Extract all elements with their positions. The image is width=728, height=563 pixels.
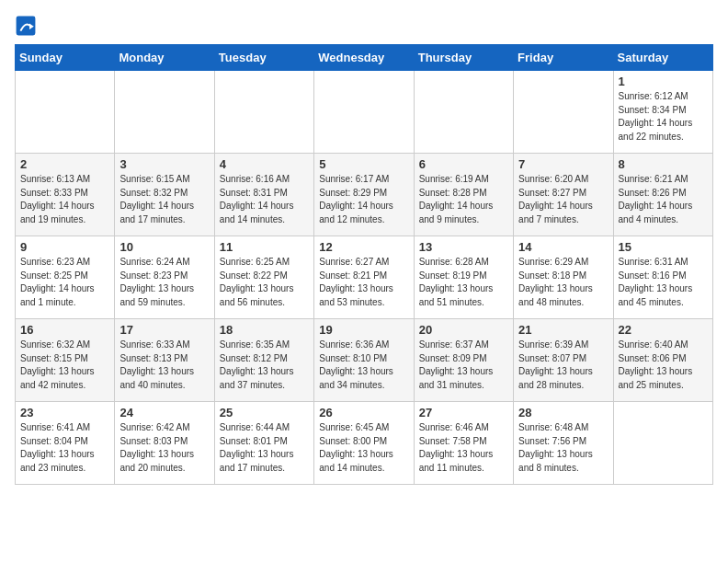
day-info: Sunrise: 6:40 AM Sunset: 8:06 PM Dayligh… — [619, 339, 708, 392]
week-row-4: 16Sunrise: 6:32 AM Sunset: 8:15 PM Dayli… — [16, 319, 713, 402]
calendar-cell: 1Sunrise: 6:12 AM Sunset: 8:34 PM Daylig… — [613, 71, 712, 154]
calendar-cell — [414, 71, 513, 154]
header-row: SundayMondayTuesdayWednesdayThursdayFrid… — [16, 45, 713, 71]
calendar-cell — [514, 71, 613, 154]
header — [15, 15, 713, 37]
header-day-saturday: Saturday — [613, 45, 712, 71]
day-info: Sunrise: 6:25 AM Sunset: 8:22 PM Dayligh… — [220, 256, 309, 309]
day-info: Sunrise: 6:24 AM Sunset: 8:23 PM Dayligh… — [119, 256, 209, 309]
calendar-cell: 10Sunrise: 6:24 AM Sunset: 8:23 PM Dayli… — [115, 236, 214, 319]
day-info: Sunrise: 6:23 AM Sunset: 8:25 PM Dayligh… — [20, 256, 109, 309]
calendar-cell: 17Sunrise: 6:33 AM Sunset: 8:13 PM Dayli… — [115, 319, 214, 402]
day-number: 12 — [319, 240, 408, 254]
day-info: Sunrise: 6:45 AM Sunset: 8:00 PM Dayligh… — [319, 421, 408, 475]
day-number: 3 — [119, 157, 209, 171]
day-info: Sunrise: 6:42 AM Sunset: 8:03 PM Dayligh… — [119, 421, 209, 475]
day-number: 7 — [518, 157, 608, 171]
day-info: Sunrise: 6:13 AM Sunset: 8:33 PM Dayligh… — [20, 173, 109, 226]
calendar-cell: 4Sunrise: 6:16 AM Sunset: 8:31 PM Daylig… — [214, 154, 313, 236]
day-number: 16 — [20, 323, 109, 337]
day-number: 22 — [619, 323, 708, 337]
calendar-cell: 26Sunrise: 6:45 AM Sunset: 8:00 PM Dayli… — [314, 402, 414, 485]
day-number: 10 — [119, 240, 209, 254]
calendar-cell: 13Sunrise: 6:28 AM Sunset: 8:19 PM Dayli… — [414, 236, 513, 319]
day-info: Sunrise: 6:20 AM Sunset: 8:27 PM Dayligh… — [518, 173, 608, 226]
day-info: Sunrise: 6:35 AM Sunset: 8:12 PM Dayligh… — [220, 339, 309, 392]
calendar-cell: 2Sunrise: 6:13 AM Sunset: 8:33 PM Daylig… — [16, 154, 115, 236]
calendar-cell: 15Sunrise: 6:31 AM Sunset: 8:16 PM Dayli… — [613, 236, 712, 319]
day-number: 13 — [419, 240, 508, 254]
day-number: 8 — [619, 157, 708, 171]
calendar-cell: 19Sunrise: 6:36 AM Sunset: 8:10 PM Dayli… — [314, 319, 414, 402]
header-day-monday: Monday — [115, 45, 214, 71]
day-number: 14 — [518, 240, 608, 254]
calendar-cell — [613, 402, 712, 485]
calendar-cell: 6Sunrise: 6:19 AM Sunset: 8:28 PM Daylig… — [414, 154, 513, 236]
calendar-cell: 20Sunrise: 6:37 AM Sunset: 8:09 PM Dayli… — [414, 319, 513, 402]
calendar-header: SundayMondayTuesdayWednesdayThursdayFrid… — [16, 45, 713, 71]
calendar-cell: 27Sunrise: 6:46 AM Sunset: 7:58 PM Dayli… — [414, 402, 513, 485]
day-number: 2 — [20, 157, 109, 171]
header-day-sunday: Sunday — [16, 45, 115, 71]
day-number: 21 — [518, 323, 608, 337]
day-info: Sunrise: 6:28 AM Sunset: 8:19 PM Dayligh… — [419, 256, 508, 309]
day-number: 20 — [419, 323, 508, 337]
calendar-cell: 12Sunrise: 6:27 AM Sunset: 8:21 PM Dayli… — [314, 236, 414, 319]
day-number: 27 — [419, 406, 508, 419]
day-info: Sunrise: 6:36 AM Sunset: 8:10 PM Dayligh… — [319, 339, 408, 392]
day-number: 23 — [20, 406, 109, 419]
day-number: 24 — [119, 406, 209, 419]
day-info: Sunrise: 6:32 AM Sunset: 8:15 PM Dayligh… — [20, 339, 109, 392]
calendar-cell: 28Sunrise: 6:48 AM Sunset: 7:56 PM Dayli… — [514, 402, 613, 485]
calendar-cell: 7Sunrise: 6:20 AM Sunset: 8:27 PM Daylig… — [514, 154, 613, 236]
day-info: Sunrise: 6:15 AM Sunset: 8:32 PM Dayligh… — [119, 173, 209, 226]
calendar-cell: 8Sunrise: 6:21 AM Sunset: 8:26 PM Daylig… — [613, 154, 712, 236]
calendar-cell: 5Sunrise: 6:17 AM Sunset: 8:29 PM Daylig… — [314, 154, 414, 236]
calendar-table: SundayMondayTuesdayWednesdayThursdayFrid… — [15, 44, 713, 485]
day-info: Sunrise: 6:33 AM Sunset: 8:13 PM Dayligh… — [119, 339, 209, 392]
week-row-5: 23Sunrise: 6:41 AM Sunset: 8:04 PM Dayli… — [16, 402, 713, 485]
day-info: Sunrise: 6:44 AM Sunset: 8:01 PM Dayligh… — [220, 421, 309, 475]
calendar-cell — [214, 71, 313, 154]
header-day-wednesday: Wednesday — [314, 45, 414, 71]
calendar-cell: 9Sunrise: 6:23 AM Sunset: 8:25 PM Daylig… — [16, 236, 115, 319]
day-info: Sunrise: 6:46 AM Sunset: 7:58 PM Dayligh… — [419, 421, 508, 475]
day-number: 9 — [20, 240, 109, 254]
day-number: 19 — [319, 323, 408, 337]
calendar-cell: 11Sunrise: 6:25 AM Sunset: 8:22 PM Dayli… — [214, 236, 313, 319]
day-number: 11 — [220, 240, 309, 254]
day-info: Sunrise: 6:12 AM Sunset: 8:34 PM Dayligh… — [619, 90, 708, 144]
week-row-2: 2Sunrise: 6:13 AM Sunset: 8:33 PM Daylig… — [16, 154, 713, 236]
calendar-cell: 22Sunrise: 6:40 AM Sunset: 8:06 PM Dayli… — [613, 319, 712, 402]
calendar-cell: 3Sunrise: 6:15 AM Sunset: 8:32 PM Daylig… — [115, 154, 214, 236]
day-number: 1 — [619, 75, 708, 88]
calendar-cell: 18Sunrise: 6:35 AM Sunset: 8:12 PM Dayli… — [214, 319, 313, 402]
week-row-3: 9Sunrise: 6:23 AM Sunset: 8:25 PM Daylig… — [16, 236, 713, 319]
calendar-cell — [16, 71, 115, 154]
calendar-cell: 25Sunrise: 6:44 AM Sunset: 8:01 PM Dayli… — [214, 402, 313, 485]
day-info: Sunrise: 6:16 AM Sunset: 8:31 PM Dayligh… — [220, 173, 309, 226]
day-info: Sunrise: 6:19 AM Sunset: 8:28 PM Dayligh… — [419, 173, 508, 226]
day-number: 6 — [419, 157, 508, 171]
calendar-cell: 23Sunrise: 6:41 AM Sunset: 8:04 PM Dayli… — [16, 402, 115, 485]
day-number: 5 — [319, 157, 408, 171]
day-info: Sunrise: 6:27 AM Sunset: 8:21 PM Dayligh… — [319, 256, 408, 309]
day-number: 26 — [319, 406, 408, 419]
calendar-cell — [314, 71, 414, 154]
header-day-tuesday: Tuesday — [214, 45, 313, 71]
day-number: 4 — [220, 157, 309, 171]
day-number: 18 — [220, 323, 309, 337]
day-number: 17 — [119, 323, 209, 337]
calendar-cell — [115, 71, 214, 154]
day-info: Sunrise: 6:31 AM Sunset: 8:16 PM Dayligh… — [619, 256, 708, 309]
logo-icon — [15, 15, 37, 37]
day-number: 28 — [518, 406, 608, 419]
week-row-1: 1Sunrise: 6:12 AM Sunset: 8:34 PM Daylig… — [16, 71, 713, 154]
day-number: 15 — [619, 240, 708, 254]
day-info: Sunrise: 6:41 AM Sunset: 8:04 PM Dayligh… — [20, 421, 109, 475]
calendar-cell: 24Sunrise: 6:42 AM Sunset: 8:03 PM Dayli… — [115, 402, 214, 485]
logo — [15, 15, 40, 37]
calendar-body: 1Sunrise: 6:12 AM Sunset: 8:34 PM Daylig… — [16, 71, 713, 485]
calendar-cell: 21Sunrise: 6:39 AM Sunset: 8:07 PM Dayli… — [514, 319, 613, 402]
day-info: Sunrise: 6:48 AM Sunset: 7:56 PM Dayligh… — [518, 421, 608, 475]
